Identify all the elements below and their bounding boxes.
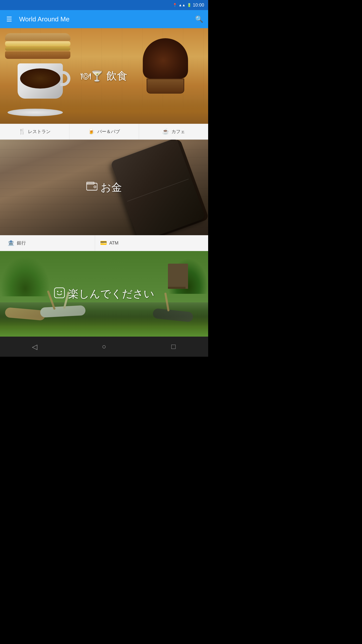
food-icon: 🍽🍸 <box>81 70 103 82</box>
signal-icon: ▲▲ <box>178 3 186 7</box>
bank-item[interactable]: 🏦 銀行 <box>0 235 95 251</box>
atm-label: ATM <box>109 240 119 246</box>
bar-icon: 🍺 <box>88 128 95 135</box>
person-1 <box>5 307 46 321</box>
search-button[interactable]: 🔍 <box>194 14 204 24</box>
nav-bar: ◁ ○ □ <box>0 337 208 357</box>
location-icon: 📍 <box>173 3 177 7</box>
atm-icon: 💳 <box>100 240 107 246</box>
money-section[interactable]: お金 🏦 銀行 💳 ATM <box>0 140 208 251</box>
money-sub-bar: 🏦 銀行 💳 ATM <box>0 235 208 251</box>
app-bar: ☰ World Around Me 🔍 <box>0 10 208 28</box>
cafe-label: カフェ <box>171 129 185 135</box>
money-section-label: お金 <box>86 180 122 194</box>
cafe-item[interactable]: ☕ カフェ <box>139 124 208 139</box>
bread-top <box>5 33 70 41</box>
person-3 <box>152 308 193 323</box>
battery-icon: 🔋 <box>187 3 191 7</box>
atm-item[interactable]: 💳 ATM <box>95 235 208 251</box>
arm-3 <box>164 293 170 311</box>
recent-button[interactable]: □ <box>166 339 181 354</box>
wallet-clasp <box>127 179 189 202</box>
cup-body <box>18 63 63 99</box>
fun-section-label: 楽しんでください <box>54 287 154 301</box>
bar-item[interactable]: 🍺 バー＆パブ <box>69 124 139 139</box>
filling-2 <box>5 47 70 51</box>
fun-section-image: 楽しんでください <box>0 251 208 337</box>
cup-liquid <box>20 68 60 89</box>
app-bar-left: ☰ World Around Me <box>4 14 69 24</box>
restaurant-icon: 🍴 <box>19 128 25 135</box>
status-bar: 📍 ▲▲ 🔋 10:00 <box>0 0 208 10</box>
food-section-image: 🍽🍸 飲食 <box>0 28 208 124</box>
saucer <box>8 109 63 116</box>
menu-button[interactable]: ☰ <box>4 14 14 24</box>
money-label-text: お金 <box>101 180 122 194</box>
fun-icon <box>54 287 65 301</box>
svg-point-5 <box>61 291 62 292</box>
restaurant-item[interactable]: 🍴 レストラン <box>0 124 69 139</box>
svg-point-4 <box>57 291 58 292</box>
status-icons: 📍 ▲▲ 🔋 10:00 <box>173 3 204 8</box>
status-time: 10:00 <box>193 3 204 8</box>
food-section-label: 🍽🍸 飲食 <box>81 69 127 83</box>
money-section-image: お金 <box>0 140 208 235</box>
restaurant-label: レストラン <box>28 129 51 135</box>
person-2 <box>40 305 86 317</box>
muffin-top <box>143 38 188 78</box>
back-button[interactable]: ◁ <box>27 339 42 354</box>
food-label-text: 飲食 <box>106 69 127 83</box>
food-sub-bar: 🍴 レストラン 🍺 バー＆パブ ☕ カフェ <box>0 124 208 140</box>
home-button[interactable]: ○ <box>97 339 112 354</box>
sandwich <box>5 33 70 63</box>
muffin-bottom <box>147 78 184 94</box>
app-title: World Around Me <box>19 15 69 23</box>
fun-section[interactable]: 楽しんでください <box>0 251 208 337</box>
bar-label: バー＆パブ <box>97 129 120 135</box>
bank-label: 銀行 <box>17 240 26 246</box>
money-icon <box>86 182 98 193</box>
food-section[interactable]: 🍽🍸 飲食 🍴 レストラン 🍺 バー＆パブ ☕ カフェ <box>0 28 208 140</box>
cafe-icon: ☕ <box>162 128 169 135</box>
svg-rect-3 <box>55 288 65 298</box>
svg-point-2 <box>94 186 96 188</box>
fun-label-text: 楽しんでください <box>68 287 154 301</box>
bank-icon: 🏦 <box>8 240 14 246</box>
filling-1 <box>5 41 70 46</box>
coffee-cup <box>15 63 65 109</box>
muffin <box>143 38 188 89</box>
bread-bottom <box>5 51 70 59</box>
